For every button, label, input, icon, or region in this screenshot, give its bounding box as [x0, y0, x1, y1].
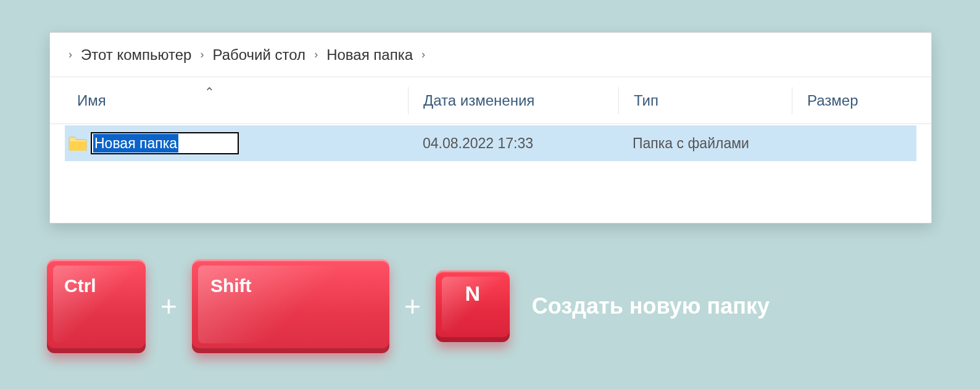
key-shift: Shift	[192, 259, 389, 353]
key-ctrl: Ctrl	[47, 259, 146, 353]
explorer-window: › Этот компьютер › Рабочий стол › Новая …	[49, 32, 932, 224]
column-header-label: Имя	[77, 92, 106, 109]
shortcut-hint: Ctrl + Shift + N Создать новую папку	[47, 259, 770, 353]
cell-date: 04.08.2022 17:33	[408, 135, 618, 152]
plus-separator: +	[160, 290, 177, 323]
cell-name: Новая папка	[65, 132, 408, 154]
plus-separator: +	[404, 290, 421, 323]
column-headers: Имя ⌃ Дата изменения Тип Размер	[50, 77, 931, 124]
shortcut-description: Создать новую папку	[532, 293, 770, 319]
rename-input-selection: Новая папка	[93, 134, 178, 153]
key-label: N	[465, 282, 480, 306]
rename-input[interactable]: Новая папка	[91, 132, 239, 154]
chevron-right-icon: ›	[69, 48, 72, 61]
breadcrumb-item[interactable]: Новая папка	[326, 46, 413, 64]
file-row-selected[interactable]: Новая папка 04.08.2022 17:33 Папка с фай…	[65, 125, 916, 161]
chevron-right-icon: ›	[200, 48, 204, 61]
column-header-label: Дата изменения	[423, 92, 534, 109]
key-label: Ctrl	[64, 275, 96, 296]
column-header-size[interactable]: Размер	[792, 92, 916, 109]
column-header-name[interactable]: Имя ⌃	[50, 92, 408, 109]
key-n: N	[436, 270, 510, 342]
breadcrumb-item[interactable]: Этот компьютер	[81, 46, 191, 64]
column-header-label: Размер	[807, 92, 858, 109]
folder-icon	[69, 136, 87, 151]
column-header-date[interactable]: Дата изменения	[409, 92, 618, 109]
chevron-right-icon: ›	[314, 48, 318, 61]
breadcrumb-item[interactable]: Рабочий стол	[212, 46, 305, 64]
key-label: Shift	[210, 275, 252, 296]
column-header-type[interactable]: Тип	[619, 92, 792, 109]
cell-type: Папка с файлами	[618, 135, 791, 152]
chevron-right-icon: ›	[421, 48, 425, 61]
breadcrumb[interactable]: › Этот компьютер › Рабочий стол › Новая …	[50, 33, 931, 77]
sort-ascending-icon: ⌃	[204, 85, 215, 99]
column-header-label: Тип	[634, 92, 658, 109]
